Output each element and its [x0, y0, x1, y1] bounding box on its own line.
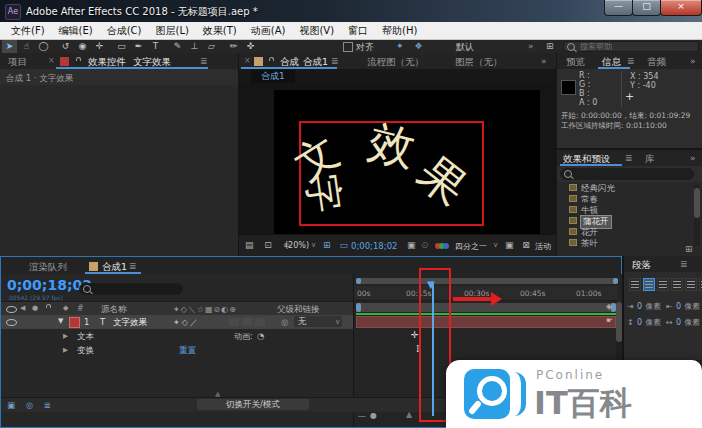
panel-menu-icon[interactable]: ≣: [625, 153, 633, 163]
justify-last-center-button[interactable]: [685, 278, 697, 291]
selection-tool[interactable]: ➤: [2, 40, 17, 53]
space-before-field[interactable]: ↕ 0 像素: [627, 316, 661, 328]
space-after-field[interactable]: ↔ 0 像素: [666, 316, 700, 328]
panel-overflow-chevron[interactable]: »: [690, 153, 696, 163]
maximize-button[interactable]: □: [632, 0, 661, 16]
layer-row[interactable]: ▼ 1 T 文字效果 ✦◇／ ◎ 无 ∨: [1, 315, 353, 329]
property-label[interactable]: 变换: [77, 345, 94, 357]
audio-column-icon[interactable]: ◀: [20, 304, 25, 312]
time-navigator-bar[interactable]: [356, 278, 618, 284]
work-area-start-handle[interactable]: [356, 303, 361, 312]
align-center-button[interactable]: [643, 278, 655, 291]
space-value[interactable]: 0: [676, 318, 681, 327]
panel-menu-icon[interactable]: ≣: [331, 56, 339, 66]
tab-close-icon[interactable]: ×: [244, 56, 251, 65]
scrollbar-track[interactable]: [694, 184, 700, 246]
puppet-pin-tool[interactable]: ✜: [243, 40, 258, 53]
switches-column-icons[interactable]: ✦◇＼☆▦⊘◐⊕: [173, 304, 237, 315]
new-preset-icon[interactable]: ⊞: [685, 244, 693, 254]
zoom-level[interactable]: (20%): [285, 241, 309, 250]
menu-composition[interactable]: 合成(C): [100, 24, 149, 38]
mode-box[interactable]: [255, 318, 265, 326]
preset-name[interactable]: 茶叶: [581, 238, 598, 250]
pan-behind-tool[interactable]: ✛: [92, 40, 107, 53]
menu-layer[interactable]: 图层(L): [148, 24, 195, 38]
indent-value[interactable]: 0: [637, 302, 642, 311]
indent-right-field[interactable]: ⇤ 0 像素: [666, 300, 700, 312]
layer-switches[interactable]: ✦◇／: [173, 317, 200, 328]
resolution-select[interactable]: 四分之一: [455, 241, 487, 252]
brush-tool[interactable]: ✎: [170, 40, 185, 53]
preset-search-input[interactable]: [575, 169, 690, 180]
viewer-sub-tab[interactable]: 合成1: [251, 70, 295, 83]
panel-menu-icon[interactable]: ≣: [129, 261, 137, 271]
expand-icon[interactable]: ▼: [58, 317, 63, 325]
indent-left-field[interactable]: ⇥ 0 像素: [627, 300, 661, 312]
title-bar[interactable]: Ae Adobe After Effects CC 2018 - 无标题项目.a…: [0, 0, 702, 22]
menu-view[interactable]: 视图(V): [292, 24, 341, 38]
camera-view-select[interactable]: 活动: [535, 241, 555, 252]
zoom-slider-thumb[interactable]: ●: [370, 411, 377, 420]
viewer-right-icons[interactable]: ▣ ⊠: [505, 240, 533, 250]
parent-dropdown-icon[interactable]: ∨: [335, 318, 340, 326]
space-value[interactable]: 0: [637, 318, 642, 327]
layer-duration-bar[interactable]: [356, 316, 616, 328]
zoom-tool[interactable]: ◯: [36, 40, 51, 53]
splitter-icon[interactable]: ▲: [215, 390, 220, 398]
zoom-out-icon[interactable]: —: [358, 412, 366, 421]
hand-cursor-icon[interactable]: ☛: [606, 316, 613, 325]
mode-box[interactable]: [229, 318, 239, 326]
align-right-button[interactable]: [657, 278, 669, 291]
resolution-dropdown-icon[interactable]: ∨: [493, 241, 498, 249]
tab-paragraph[interactable]: 段落: [632, 259, 651, 272]
eraser-tool[interactable]: ▱: [204, 40, 219, 53]
expand-icon[interactable]: ▶: [63, 346, 68, 354]
tab-render-queue[interactable]: 渲染队列: [29, 261, 67, 274]
eye-column-icon[interactable]: [6, 306, 17, 313]
pen-tool[interactable]: ✒: [131, 40, 146, 53]
scrollbar-thumb[interactable]: [616, 302, 622, 342]
snap-option-icons[interactable]: ✦ ❖: [396, 41, 426, 51]
animate-button-icon[interactable]: ◔: [257, 331, 264, 341]
camera-tool[interactable]: ◉: [75, 40, 90, 53]
toggle-switches-modes-button[interactable]: 切换开关/模式: [197, 399, 309, 410]
solo-column-icon[interactable]: ●: [32, 304, 38, 312]
navigator-end-handle[interactable]: [613, 278, 618, 284]
clone-stamp-tool[interactable]: ⊥: [187, 40, 202, 53]
layer-eye-icon[interactable]: [6, 319, 17, 326]
shield-icon[interactable]: ◈: [606, 302, 612, 311]
indent-value[interactable]: 0: [676, 302, 681, 311]
work-area-bar[interactable]: [356, 303, 616, 312]
navigator-start-handle[interactable]: [356, 278, 361, 284]
panel-menu-icon[interactable]: ≣: [680, 259, 688, 269]
justify-last-left-button[interactable]: [671, 278, 683, 291]
close-button[interactable]: ×: [660, 0, 702, 16]
layer-name[interactable]: 文字效果: [113, 317, 147, 329]
timeline-search-input[interactable]: [94, 284, 179, 295]
snap-checkbox[interactable]: [343, 42, 353, 52]
help-search-box[interactable]: [563, 41, 699, 52]
layer-color-swatch[interactable]: [69, 317, 80, 328]
menu-help[interactable]: 帮助(H): [375, 24, 424, 38]
type-tool[interactable]: T: [148, 40, 163, 53]
show-snapshot-icon[interactable]: ⊙: [421, 240, 429, 250]
snapshot-icon[interactable]: ▣: [407, 240, 416, 250]
timeline-search-box[interactable]: [79, 283, 183, 295]
label-column-icon[interactable]: ◆: [63, 304, 68, 312]
panel-menu-icon[interactable]: ≣: [627, 56, 635, 66]
panel-overflow-chevron[interactable]: »: [541, 56, 547, 66]
viewer-timecode[interactable]: 0;00;18;02: [351, 241, 397, 251]
tab-close-icon[interactable]: ×: [48, 56, 55, 65]
panel-overflow-chevron[interactable]: »: [690, 56, 696, 66]
preset-search-box[interactable]: [560, 168, 694, 180]
panel-menu-icon[interactable]: ≣: [200, 56, 208, 66]
effect-controls-breadcrumb[interactable]: 合成 1 · 文字效果: [6, 73, 73, 85]
tab-flowchart[interactable]: 流程图（无）: [367, 56, 424, 69]
viewer-area[interactable]: 文 字 效 果: [239, 83, 556, 234]
composition-stage[interactable]: 文 字 效 果: [274, 90, 540, 234]
help-search-input[interactable]: [578, 41, 695, 52]
hand-tool[interactable]: ☝: [19, 40, 34, 53]
roto-brush-tool[interactable]: ✏: [226, 40, 241, 53]
menu-file[interactable]: 文件(F): [4, 24, 52, 38]
expand-icon[interactable]: ▶: [63, 332, 68, 340]
